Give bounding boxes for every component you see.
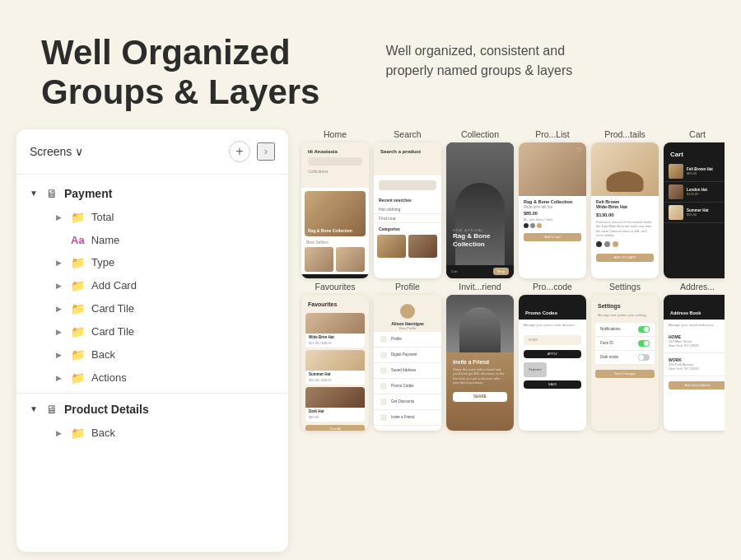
screen-settings: Settings Manage and update your settings…: [591, 295, 659, 431]
arrow-icon: ▶: [56, 282, 64, 290]
screen-cart-wrapper: Cart Cart Felt Brown Hat $85.00: [664, 129, 725, 278]
product-details-group-header[interactable]: ▼ 🖥 Product Details: [16, 397, 288, 422]
screen-invite-wrapper: Invit...riend Invite a Friend Share this…: [446, 282, 514, 431]
sidebar-header: Screens ∨ + ›: [16, 129, 288, 175]
collapse-icon: ▼: [30, 404, 40, 413]
folder-icon: 📁: [71, 325, 85, 338]
tree-item-name[interactable]: ▶ Aa Name: [16, 229, 288, 251]
screen-profile-label: Profile: [395, 282, 420, 292]
screen-address: Address Book Manage your saved addresses…: [664, 295, 725, 431]
header-title: Well Organized Groups & Layers: [41, 33, 319, 113]
folder-icon: 📁: [71, 302, 85, 315]
screens-panel: Home Hi Anastasia Collections Rag & Bone…: [288, 129, 725, 552]
screen-prodlist-wrapper: Pro...List ♡ Rag & Bone Collection Wide …: [519, 129, 586, 278]
screen-home: Hi Anastasia Collections Rag & Bone Coll…: [301, 142, 369, 278]
sidebar: Screens ∨ + › ▼ 🖥 Payment ▶ 📁: [16, 129, 288, 552]
folder-icon: 📁: [71, 279, 85, 292]
screen-proddetails: Felt BrownWide-Brim Hat $130.00 Product …: [591, 142, 659, 278]
screen-settings-label: Settings: [609, 282, 641, 292]
item-cardtile1-label: Card Tile: [91, 302, 134, 315]
sidebar-actions: + ›: [229, 141, 275, 162]
arrow-icon: ▶: [56, 351, 64, 359]
tree-divider: [16, 393, 288, 394]
folder-icon: 📁: [71, 348, 85, 362]
tree-item-type[interactable]: ▶ 📁 Type: [16, 251, 288, 274]
screen-collection: NEW ARRIVAL Rag & BoneCollection Cart Sh…: [446, 142, 514, 278]
screen-cart-label: Cart: [689, 129, 706, 139]
tree-item-back-proddetails[interactable]: ▶ 📁 Back: [16, 422, 288, 445]
item-back-proddetails-label: Back: [91, 427, 115, 439]
screen-search: Search a product Recent searches Hat clo…: [374, 142, 441, 278]
screen-proddetails-label: Prod...tails: [604, 129, 645, 139]
item-back-label: Back: [91, 348, 115, 361]
screen-promo: Promo Codes Manage your promo code disco…: [519, 295, 586, 431]
payment-group-header[interactable]: ▼ 🖥 Payment: [16, 181, 288, 206]
collapse-icon: ▼: [30, 189, 40, 198]
screen-favs: Favourites Wide Brim Hat $55.00 / $48.00…: [301, 295, 369, 431]
header-section: Well Organized Groups & Layers Well orga…: [0, 0, 741, 129]
tree-item-back-payment[interactable]: ▶ 📁 Back: [16, 343, 288, 366]
screen-home-label: Home: [324, 129, 347, 139]
monitor-icon: 🖥: [46, 403, 58, 416]
screen-promo-label: Pro...code: [533, 282, 572, 292]
screen-prodlist-label: Pro...List: [535, 129, 569, 139]
screen-promo-wrapper: Pro...code Promo Codes Manage your promo…: [519, 282, 586, 431]
arrow-icon: ▶: [56, 374, 64, 382]
chevron-down-icon: ∨: [75, 145, 83, 158]
screen-address-wrapper: Addres... Address Book Manage your saved…: [664, 282, 725, 431]
folder-icon: 📁: [71, 427, 85, 440]
screens-label: Screens ∨: [30, 145, 83, 158]
tree-item-addcard[interactable]: ▶ 📁 Add Card: [16, 274, 288, 297]
screen-cart: Cart Felt Brown Hat $85.00 London Hat: [664, 142, 725, 278]
folder-icon: 📁: [71, 256, 85, 269]
screen-profile: Alison Hannigan View Profile Profile Dig…: [374, 295, 441, 431]
screen-home-wrapper: Home Hi Anastasia Collections Rag & Bone…: [301, 129, 369, 278]
folder-icon: 📁: [71, 211, 85, 224]
tree-item-cardtile2[interactable]: ▶ 📁 Card Tile: [16, 320, 288, 343]
screen-favs-wrapper: Favourites Favourites Wide Brim Hat $55.…: [301, 282, 369, 431]
tree-item-total[interactable]: ▶ 📁 Total: [16, 206, 288, 229]
screen-collection-label: Collection: [461, 129, 499, 139]
screen-invite: Invite a Friend Share this code with a f…: [446, 295, 514, 431]
item-addcard-label: Add Card: [91, 279, 137, 292]
payment-label: Payment: [64, 187, 112, 200]
screen-invite-label: Invit...riend: [459, 282, 501, 292]
arrow-icon: ▶: [56, 259, 64, 267]
arrow-icon: ▶: [56, 305, 64, 313]
item-name-label: Name: [91, 234, 120, 246]
monitor-icon: 🖥: [46, 187, 58, 200]
tree-item-actions[interactable]: ▶ 📁 Actions: [16, 366, 288, 390]
arrow-icon: ▶: [56, 213, 64, 222]
main-container: Well Organized Groups & Layers Well orga…: [0, 0, 741, 560]
screen-settings-wrapper: Settings Settings Manage and update your…: [591, 282, 659, 431]
screen-search-wrapper: Search Search a product Recent searches …: [374, 129, 441, 278]
add-screen-button[interactable]: +: [229, 141, 250, 162]
next-button[interactable]: ›: [257, 142, 275, 161]
tree-section: ▼ 🖥 Payment ▶ 📁 Total ▶ Aa Name ▶ 📁: [16, 175, 288, 451]
arrow-icon: ▶: [56, 328, 64, 336]
screen-search-label: Search: [394, 129, 421, 139]
item-total-label: Total: [91, 211, 114, 223]
arrow-icon: ▶: [56, 429, 64, 437]
item-actions-label: Actions: [91, 371, 127, 384]
item-cardtile2-label: Card Tile: [91, 325, 134, 338]
text-type-icon: Aa: [71, 234, 85, 246]
screen-address-label: Addres...: [680, 282, 715, 292]
item-type-label: Type: [91, 256, 114, 268]
screen-collection-wrapper: Collection NEW ARRIVAL Rag & BoneCollect…: [446, 129, 514, 278]
screen-prodlist: ♡ Rag & Bone Collection Wide brim felt h…: [519, 142, 586, 278]
screen-favs-label: Favourites: [315, 282, 355, 292]
content-area: Screens ∨ + › ▼ 🖥 Payment ▶ 📁: [0, 129, 741, 560]
product-details-label: Product Details: [64, 403, 149, 416]
screen-profile-wrapper: Profile Alison Hannigan View Profile Pro…: [374, 282, 441, 431]
folder-icon: 📁: [71, 371, 85, 385]
header-description: Well organized, consistent and properly …: [385, 33, 583, 81]
screen-proddetails-wrapper: Prod...tails Felt BrownWide-Brim Hat $13…: [591, 129, 659, 278]
tree-item-cardtile1[interactable]: ▶ 📁 Card Tile: [16, 297, 288, 320]
